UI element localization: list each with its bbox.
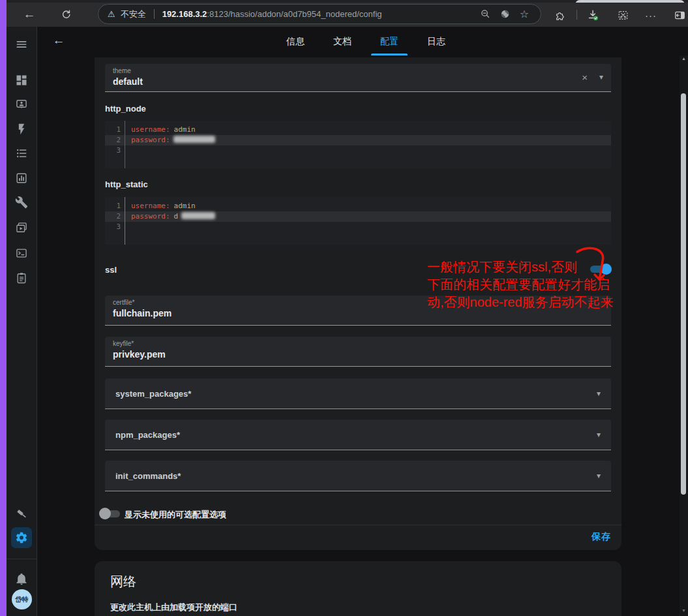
browser-toolbar: ← ⚠ 不安全 192.168.3.2:8123/hassio/addon/a0…	[7, 3, 688, 27]
censored-password	[173, 136, 215, 143]
addon-header: ← 信息 文档 配置 日志	[37, 27, 680, 55]
user-avatar[interactable]: 岱特	[12, 589, 32, 609]
code-line: 1 username:admin	[105, 125, 611, 135]
yaml-editor-http-node[interactable]: 1 username:admin 2 password: 3	[105, 121, 611, 168]
http-node-label: http_node	[105, 104, 146, 114]
addon-back-button[interactable]: ←	[52, 33, 66, 48]
http-static-label: http_static	[105, 179, 148, 189]
theme-field-label: theme	[113, 67, 131, 74]
terminal-icon[interactable]	[15, 247, 28, 260]
system-packages-dropdown[interactable]: system_packages* ▾	[105, 378, 611, 409]
chevron-down-icon: ▾	[597, 389, 601, 398]
sidebar-divider	[7, 559, 37, 559]
chevron-down-icon[interactable]: ▾	[599, 72, 603, 82]
certfile-field-label: certfile*	[113, 299, 134, 306]
card-footer-divider	[95, 525, 621, 525]
keyfile-field-label: keyfile*	[113, 340, 134, 347]
chevron-down-icon: ▾	[597, 430, 601, 439]
tab-log[interactable]: 日志	[413, 27, 460, 55]
ha-sidebar: 岱特	[7, 27, 37, 616]
code-line: 2 password:	[105, 135, 611, 146]
scrollbar-up-arrow[interactable]: ▲	[680, 56, 688, 61]
sidebar-menu-icon[interactable]	[15, 38, 28, 51]
extensions-puzzle-icon[interactable]	[552, 7, 569, 23]
theme-field-value: default	[113, 76, 143, 87]
yaml-editor-http-static[interactable]: 1 username:admin 2 password:d 3	[105, 197, 611, 245]
init-commands-dropdown[interactable]: init_commands* ▾	[105, 461, 611, 491]
save-button[interactable]: 保存	[591, 531, 611, 543]
page-scrollbar[interactable]: ▲ ▼	[680, 55, 688, 616]
network-card-description: 更改此主机上由加载项开放的端口	[110, 602, 237, 613]
show-unused-toggle-label: 显示未使用的可选配置选项	[125, 509, 226, 521]
npm-packages-dropdown[interactable]: npm_packages* ▾	[105, 420, 611, 450]
keyfile-field-value: privkey.pem	[113, 349, 166, 360]
translate-swirl-icon[interactable]	[498, 7, 512, 22]
network-card-title: 网络	[110, 573, 136, 591]
overview-dashboard-icon[interactable]	[15, 74, 28, 87]
scrollbar-down-arrow[interactable]: ▼	[680, 608, 688, 613]
tab-documentation[interactable]: 文档	[319, 27, 366, 55]
code-line: 3	[105, 146, 611, 156]
certfile-field-value: fullchain.pem	[113, 308, 172, 318]
code-line: 2 password:d	[105, 211, 611, 222]
media-browser-icon[interactable]	[15, 221, 28, 234]
chevron-down-icon: ▾	[597, 471, 601, 480]
browser-back-button[interactable]: ←	[21, 6, 38, 23]
bookmark-star-icon[interactable]: ☆	[517, 7, 531, 22]
account-card-icon[interactable]	[15, 98, 28, 111]
desktop-background-strip	[0, 0, 7, 616]
configuration-card: theme default × ▾ http_node 1 username:a…	[95, 57, 621, 550]
ssl-label: ssl	[105, 265, 117, 275]
scrollbar-thumb[interactable]	[681, 93, 686, 495]
tab-info[interactable]: 信息	[272, 27, 319, 55]
developer-tools-hammer-icon[interactable]	[15, 508, 28, 521]
settings-gear-icon[interactable]	[11, 527, 32, 548]
censored-password	[181, 212, 215, 219]
screenshot-root: ← ⚠ 不安全 192.168.3.2:8123/hassio/addon/a0…	[0, 0, 688, 616]
tab-configuration[interactable]: 配置	[366, 27, 413, 55]
todo-clipboard-icon[interactable]	[15, 271, 28, 285]
code-line: 3	[105, 222, 611, 232]
theme-field[interactable]: theme default × ▾	[105, 64, 611, 92]
sidebar-panel-icon[interactable]	[671, 7, 688, 23]
clear-x-icon[interactable]: ×	[582, 72, 588, 83]
network-card: 网络 更改此主机上由加载项开放的端口	[95, 561, 621, 616]
history-chart-icon[interactable]	[15, 172, 28, 185]
browser-menu-icon[interactable]: ···	[642, 7, 659, 23]
url-text: 192.168.3.2:8123/hassio/addon/a0d7b954_n…	[162, 9, 382, 19]
show-unused-options-row: 显示未使用的可选配置选项	[95, 500, 601, 526]
handwritten-annotation: 一般情况下要关闭ssl,否则 下面的相关配置要配置好才能启 动,否则node-r…	[427, 258, 629, 311]
insecure-warning-icon: ⚠	[108, 9, 115, 19]
zoom-out-icon[interactable]	[478, 7, 492, 22]
screenshot-snip-icon[interactable]	[614, 7, 631, 23]
code-line: 1 username:admin	[105, 201, 611, 211]
address-bar[interactable]: ⚠ 不安全 192.168.3.2:8123/hassio/addon/a0d7…	[98, 4, 541, 24]
toggle-knob	[99, 508, 111, 519]
show-unused-toggle[interactable]	[99, 508, 121, 519]
toolbar-divider	[576, 10, 577, 20]
logbook-list-icon[interactable]	[15, 147, 28, 160]
notifications-bell-icon[interactable]	[15, 572, 28, 585]
keyfile-field[interactable]: keyfile* privkey.pem	[105, 337, 611, 367]
browser-refresh-icon[interactable]	[57, 6, 74, 23]
insecure-warning-label: 不安全	[121, 8, 146, 20]
download-icon[interactable]	[584, 7, 601, 23]
address-bar-divider	[154, 9, 155, 19]
addon-tabs: 信息 文档 配置 日志	[272, 27, 460, 55]
wrench-tool-icon[interactable]	[15, 196, 28, 209]
energy-bolt-icon[interactable]	[15, 123, 28, 136]
